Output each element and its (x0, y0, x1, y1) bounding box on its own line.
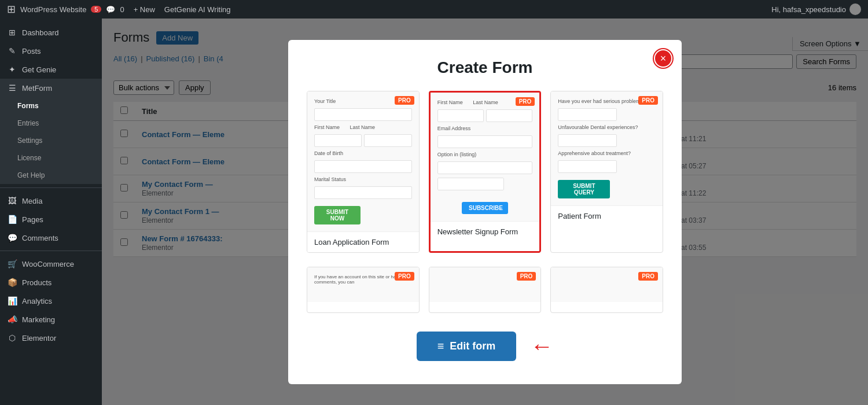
new-item[interactable]: + New (134, 5, 155, 14)
sidebar-item-marketing[interactable]: 📣 Marketing (0, 310, 102, 329)
pages-icon: 📄 (7, 215, 17, 224)
sidebar-separator-2 (0, 251, 102, 251)
sidebar-item-entries[interactable]: Entries (0, 115, 102, 132)
site-name[interactable]: WordPress Website (20, 5, 86, 14)
template-preview-loan: Your Title First Name Last Name Date of … (307, 91, 419, 231)
sidebar-label-dashboard: Dashboard (22, 28, 59, 37)
sidebar-label-settings: Settings (17, 137, 42, 145)
update-badge[interactable]: 5 (91, 6, 101, 13)
preview-label: Apprehensive about treatment? (558, 150, 656, 156)
user-section: Hi, hafsa_xpeedstudio (771, 3, 861, 15)
template-card-partial-2[interactable]: PRO (429, 267, 542, 313)
preview-field (314, 134, 362, 147)
dashboard-icon: ⊞ (7, 28, 17, 37)
sidebar-item-get-genie[interactable]: ✦ Get Genie (0, 60, 102, 79)
sidebar-label-get-genie: Get Genie (22, 65, 56, 74)
preview-label: Email Address (437, 126, 533, 131)
sidebar-item-license[interactable]: License (0, 149, 102, 167)
sidebar-item-elementor[interactable]: ⬡ Elementor (0, 329, 102, 347)
preview-field-row (314, 134, 412, 147)
preview-field-row (437, 109, 533, 122)
sidebar-label-elementor: Elementor (22, 334, 56, 343)
template-name-newsletter: Newsletter Signup Form (431, 221, 540, 242)
pro-badge: PRO (638, 272, 658, 281)
get-genie-icon: ✦ (7, 65, 17, 74)
sidebar-item-media[interactable]: 🖼 Media (0, 192, 102, 210)
sidebar-item-analytics[interactable]: 📊 Analytics (0, 292, 102, 310)
templates-grid: PRO Your Title First Name Last Name Date… (307, 91, 663, 253)
preview-field (314, 160, 412, 173)
edit-form-label: Edit form (450, 340, 495, 352)
user-greeting[interactable]: Hi, hafsa_xpeedstudio (771, 5, 846, 14)
sidebar-label-get-help: Get Help (17, 171, 45, 179)
media-icon: 🖼 (7, 196, 17, 205)
sidebar-label-woocommerce: WooCommerce (22, 260, 74, 268)
preview-submit-query-btn: SUBMIT QUERY (558, 180, 610, 198)
template-card-patient[interactable]: PRO Have you ever had serious problem? U… (550, 91, 663, 253)
sidebar-item-comments[interactable]: 💬 Comments (0, 229, 102, 247)
preview-field (314, 186, 412, 199)
template-card-newsletter[interactable]: PRO First Name Last Name Email Address O… (429, 91, 542, 253)
admin-bar: ⊞ WordPress Website 5 💬 0 + New GetGenie… (0, 0, 868, 19)
edit-form-icon: ≡ (437, 340, 444, 353)
preview-field (558, 160, 616, 173)
plugin-name[interactable]: GetGenie AI Writing (164, 5, 231, 14)
preview-field (437, 109, 484, 122)
sidebar-submenu-metform: Forms Entries Settings License Get Help (0, 97, 102, 184)
preview-label: First Name Last Name (314, 124, 412, 130)
preview-label: Option in (listing) (437, 152, 533, 157)
sidebar-label-marketing: Marketing (22, 315, 55, 324)
sidebar-item-products[interactable]: 📦 Products (0, 273, 102, 292)
sidebar-label-pages: Pages (22, 215, 43, 224)
sidebar-item-forms[interactable]: Forms (0, 97, 102, 115)
template-name-patient: Patient Form (551, 205, 663, 226)
preview-submit-btn: SUBMIT NOW (314, 206, 361, 224)
products-icon: 📦 (7, 278, 17, 287)
modal-title: Create Form (307, 58, 663, 77)
wp-logo-icon[interactable]: ⊞ (7, 3, 16, 16)
sidebar-item-dashboard[interactable]: ⊞ Dashboard (0, 23, 102, 42)
comment-icon[interactable]: 💬 (106, 5, 115, 14)
sidebar-item-posts[interactable]: ✎ Posts (0, 42, 102, 60)
sidebar-item-woocommerce[interactable]: 🛒 WooCommerce (0, 255, 102, 273)
preview-label: Unfavourable Dental experiences? (558, 124, 656, 130)
sidebar-item-metform[interactable]: ☰ MetForm (0, 79, 102, 97)
template-card-loan[interactable]: PRO Your Title First Name Last Name Date… (307, 91, 420, 253)
modal-close-button[interactable]: × (654, 49, 672, 68)
sidebar-label-license: License (17, 154, 41, 162)
preview-label: Marital Status (314, 176, 412, 182)
preview-field (437, 178, 504, 190)
sidebar-label-posts: Posts (22, 47, 41, 56)
sidebar-item-get-help[interactable]: Get Help (0, 167, 102, 184)
sidebar-label-comments: Comments (22, 234, 58, 242)
sidebar-label-analytics: Analytics (22, 297, 52, 305)
marketing-icon: 📣 (7, 315, 17, 324)
comment-count: 0 (120, 5, 124, 14)
preview-field (437, 161, 533, 174)
pro-badge: PRO (395, 272, 414, 281)
elementor-icon: ⬡ (7, 333, 17, 343)
pro-badge: PRO (638, 96, 658, 105)
sidebar-label-metform: MetForm (22, 84, 52, 93)
template-card-partial-3[interactable]: PRO (550, 267, 663, 313)
template-card-partial-1[interactable]: PRO If you have an account on this site … (307, 267, 420, 313)
preview-field (558, 134, 616, 147)
templates-row2: PRO If you have an account on this site … (307, 267, 663, 313)
pro-badge: PRO (516, 97, 535, 106)
sidebar-label-entries: Entries (17, 119, 39, 127)
metform-icon: ☰ (7, 83, 17, 93)
preview-field (364, 134, 411, 147)
sidebar-item-pages[interactable]: 📄 Pages (0, 210, 102, 229)
sidebar-label-media: Media (22, 197, 42, 205)
edit-form-button[interactable]: ≡ Edit form (417, 332, 517, 361)
sidebar: ⊞ Dashboard ✎ Posts ✦ Get Genie ☰ MetFor… (0, 19, 102, 405)
sidebar-separator-1 (0, 187, 102, 188)
template-preview-newsletter: First Name Last Name Email Address Optio… (431, 93, 540, 221)
pro-badge: PRO (395, 96, 414, 105)
preview-field (314, 108, 412, 121)
sidebar-label-products: Products (22, 278, 52, 287)
preview-label: Date of Birth (314, 150, 412, 156)
modal-overlay[interactable]: × Create Form PRO Your Title First Name … (102, 19, 868, 405)
sidebar-label-forms: Forms (17, 102, 39, 110)
sidebar-item-settings[interactable]: Settings (0, 132, 102, 149)
